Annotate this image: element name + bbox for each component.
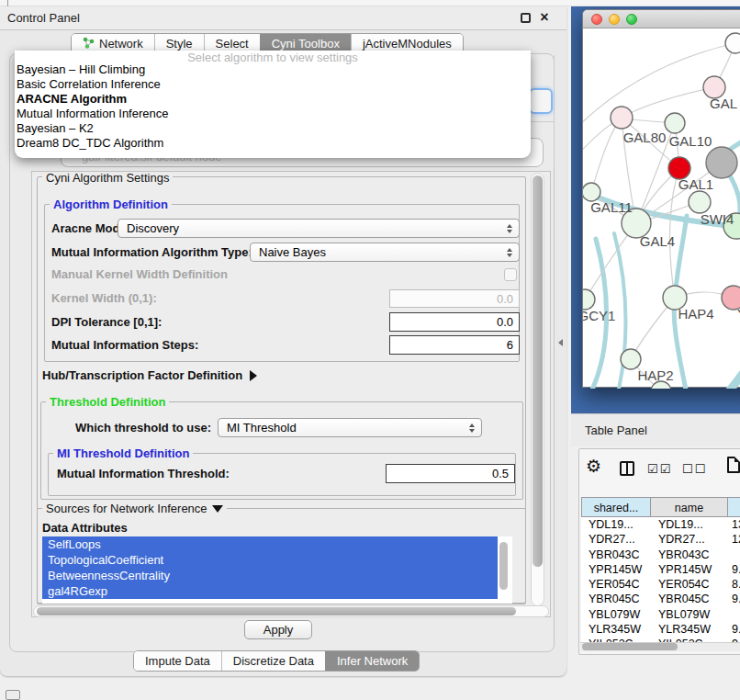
dpi-tolerance-input[interactable] (389, 312, 520, 332)
hidden-panel-border (554, 55, 555, 167)
network-icon (83, 37, 95, 51)
table-row-ybr045c[interactable]: YBR045CYBR045C9. (581, 592, 740, 606)
table-cell: 9. (728, 592, 740, 606)
algorithm-option-basic-correlation-inference[interactable]: Basic Correlation Inference (17, 77, 531, 92)
table-row-ybr043c[interactable]: YBR043CYBR043C (581, 548, 740, 562)
collapsed-arrow-icon[interactable] (250, 370, 257, 381)
algorithm-option-aracne-algorithm[interactable]: ARACNE Algorithm (17, 92, 531, 107)
manual-kernel-width-checkbox[interactable] (504, 268, 517, 281)
data-attribute-selfloops[interactable]: SelfLoops (42, 536, 498, 552)
network-window-titlebar[interactable] (583, 10, 740, 28)
desktop-background: GALGAL80GAL10GAL1GAL11SWI4GAL4GCY1HAP4YH… (571, 6, 740, 413)
aracne-mode-combo[interactable]: Discovery (118, 219, 520, 238)
data-attribute-betweennesscentrality[interactable]: BetweennessCentrality (42, 568, 498, 583)
zoom-window-icon[interactable] (626, 14, 637, 25)
network-node-label-gal1: GAL1 (678, 176, 713, 192)
manual-kernel-width-label: Manual Kernel Width Definition (51, 265, 228, 284)
close-window-icon[interactable] (591, 14, 602, 25)
table-row-ylr345w[interactable]: YLR345WYLR345W9. (581, 622, 740, 637)
settings-vertical-scrollbar-thumb[interactable] (533, 175, 543, 567)
dpi-tolerance-label: DPI Tolerance [0,1]: (51, 312, 162, 332)
sources-for-network-inference-title[interactable]: Sources for Network Inference (42, 502, 227, 514)
mi-steps-label: Mutual Information Steps: (51, 335, 198, 355)
network-node-gal11[interactable] (583, 183, 600, 201)
cyni-algorithm-settings-title: Cyni Algorithm Settings (42, 172, 173, 184)
split-columns-icon[interactable] (620, 461, 634, 476)
table-cell: YBR043C (581, 548, 651, 562)
table-row-yer054c[interactable]: YER054CYER054C8. (581, 577, 740, 592)
cyni-bottom-tabbar: Impute DataDiscretize DataInfer Network (133, 650, 420, 672)
expanded-arrow-icon[interactable] (212, 505, 223, 513)
algorithm-option-dream8-dc-tdc-algorithm[interactable]: Dream8 DC_TDC Algorithm (17, 136, 531, 151)
table-row-ydr27-[interactable]: YDR27...YDR27...12 (581, 532, 740, 547)
control-panel-titlebar[interactable]: Control Panel (0, 6, 566, 30)
hub-transcription-factor-label: Hub/Transcription Factor Definition (42, 368, 242, 382)
minimize-window-icon[interactable] (609, 14, 620, 25)
algorithm-definition-title: Algorithm Definition (50, 198, 172, 210)
network-node-gal10[interactable] (665, 113, 685, 133)
select-checkboxes-icon[interactable]: ☑☑ (647, 462, 672, 476)
table-panel-body: ⚙ ☑☑ ☐☐ shared...nameA YDL19...YDL19...1… (578, 448, 740, 655)
table-row-ydl19-[interactable]: YDL19...YDL19...13 (581, 517, 740, 532)
table-horizontal-scrollbar-thumb[interactable] (582, 643, 678, 650)
table-row-ypr145w[interactable]: YPR145WYPR145W9. (581, 562, 740, 577)
algorithm-option-bayesian-hill-climbing[interactable]: Bayesian – Hill Climbing (17, 62, 531, 77)
network-node-label-gal10: GAL10 (669, 133, 712, 149)
network-node-gray[interactable] (706, 147, 737, 178)
tab-label: Discretize Data (233, 654, 314, 668)
table-cell: YER054C (651, 577, 728, 592)
table-cell: YPR145W (651, 562, 728, 577)
new-table-icon[interactable] (727, 457, 740, 473)
apply-button[interactable]: Apply (244, 620, 312, 639)
data-attribute-gal4rgexp[interactable]: gal4RGexp (42, 583, 498, 599)
kernel-width-input[interactable] (389, 289, 520, 308)
network-node-gcy1[interactable] (583, 289, 595, 310)
network-node-gal80[interactable] (611, 107, 633, 129)
table-cell: YBR045C (581, 592, 651, 606)
settings-horizontal-scrollbar-thumb[interactable] (37, 607, 516, 615)
network-node-hap2[interactable] (621, 349, 641, 369)
mi-threshold-input[interactable] (386, 464, 515, 483)
inference-algorithm-combo-button[interactable] (529, 88, 553, 114)
mi-steps-input[interactable] (389, 335, 520, 355)
algorithm-option-mutual-information-inference[interactable]: Mutual Information Inference (17, 107, 531, 121)
network-node-label-gal: GAL (710, 96, 737, 111)
aracne-mode-value: Discovery (127, 221, 179, 235)
algorithm-dropdown-list: Bayesian – Hill ClimbingBasic Correlatio… (15, 62, 531, 151)
close-panel-icon[interactable]: × (537, 7, 552, 28)
tab-infer-network[interactable]: Infer Network (325, 651, 419, 671)
table-cell: YLR345W (581, 622, 651, 637)
mi-algorithm-type-combo[interactable]: Naive Bayes (250, 243, 520, 262)
network-node-gal1[interactable] (689, 191, 711, 213)
table-cell: YDL19... (651, 517, 728, 532)
network-node-unlabeled-top[interactable] (725, 33, 740, 53)
panel-divider-grip-icon[interactable] (558, 339, 563, 346)
minimized-panel-icon[interactable] (6, 690, 20, 700)
algorithm-dropdown-placeholder: Select algorithm to view settings (15, 51, 531, 62)
column-header-shared-[interactable]: shared... (581, 497, 651, 517)
float-panel-icon[interactable] (521, 13, 531, 23)
network-canvas[interactable]: GALGAL80GAL10GAL1GAL11SWI4GAL4GCY1HAP4YH… (583, 29, 740, 389)
table-cell: YPR145W (581, 562, 651, 577)
which-threshold-combo[interactable]: MI Threshold (218, 418, 482, 437)
column-header-name[interactable]: name (651, 497, 728, 517)
table-row-ybl079w[interactable]: YBL079WYBL079W (581, 607, 740, 622)
tab-impute-data[interactable]: Impute Data (134, 651, 221, 671)
algorithm-option-bayesian-k2[interactable]: Bayesian – K2 (17, 121, 531, 136)
table-header-row: shared...nameA (581, 497, 740, 517)
network-node-label-hap2: HAP2 (637, 367, 673, 383)
deselect-checkboxes-icon[interactable]: ☐☐ (682, 462, 707, 476)
tab-discretize-data[interactable]: Discretize Data (221, 651, 325, 671)
column-header-a[interactable]: A (728, 497, 740, 517)
table-cell (728, 607, 740, 622)
attributes-list-scrollbar[interactable] (499, 542, 508, 590)
table-settings-gear-icon[interactable]: ⚙ (586, 457, 601, 475)
table-panel-titlebar[interactable]: Table Panel (571, 413, 740, 446)
data-attributes-list[interactable]: SelfLoopsTopologicalCoefficientBetweenne… (42, 536, 512, 604)
hub-transcription-factor-section[interactable]: Hub/Transcription Factor Definition (42, 368, 257, 382)
threshold-definition-title: Threshold Definition (46, 396, 169, 408)
network-node-label-gal11: GAL11 (590, 199, 633, 215)
algorithm-dropdown-popup: Select algorithm to view settings Bayesi… (15, 51, 531, 158)
data-attribute-topologicalcoefficient[interactable]: TopologicalCoefficient (42, 552, 498, 568)
network-node-label-gcy1: GCY1 (583, 308, 615, 323)
